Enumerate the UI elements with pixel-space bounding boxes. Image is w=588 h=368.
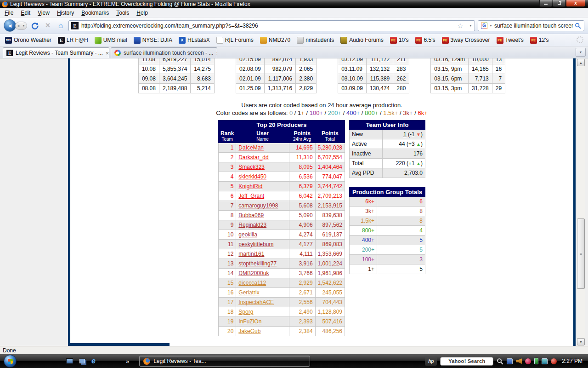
producer-name-link[interactable]: Darkstar_dd (238, 154, 268, 161)
window-switcher-icon[interactable] (79, 359, 85, 363)
bookmark-item[interactable]: PE 6.5's (412, 36, 439, 45)
search-input[interactable] (494, 23, 573, 29)
bookmark-item[interactable]: PE 10's (387, 36, 412, 45)
start-button[interactable] (4, 355, 17, 368)
producer-name-link[interactable]: camaroguy1998 (238, 202, 278, 209)
producer-name-link[interactable]: geokilla (238, 231, 257, 238)
bookmark-item[interactable]: NYSE: DJIA (130, 36, 175, 45)
legend-code[interactable]: 1+ (298, 109, 305, 116)
producer-row: 2 Darkstar_dd 11,310 6,707,554 (219, 153, 345, 162)
producer-rank: 18 (219, 307, 236, 317)
producer-name-link[interactable]: Jeff_Grant (238, 193, 264, 199)
internet-explorer-icon[interactable]: e (91, 357, 96, 365)
producer-name-link[interactable]: Smack323 (238, 164, 265, 170)
bookmark-item[interactable]: UMS mail (91, 36, 130, 45)
tab-team-summary[interactable]: E Legit Reviews - Team Summary - ... × (3, 47, 109, 58)
producer-name-link[interactable]: dicecca112 (238, 280, 266, 286)
legend-code[interactable]: 6k+ (418, 109, 427, 116)
bookmark-item[interactable]: Audio Forums (337, 36, 387, 45)
bookmark-item[interactable]: X HLstatsX (175, 36, 213, 45)
tray-battery-icon[interactable] (534, 358, 538, 364)
engine-dropdown-icon[interactable]: ▼ (489, 24, 492, 27)
menu-item[interactable]: Edit (17, 9, 34, 17)
back-button[interactable]: ◄ (4, 19, 16, 32)
search-bar[interactable]: G ▼ (478, 20, 584, 31)
yahoo-search-box[interactable]: Yahoo! Search (440, 357, 493, 366)
bookmark-item[interactable]: PE 3way Crossover (439, 36, 493, 45)
url-input[interactable] (81, 23, 455, 29)
producer-total-points: 1,404,464 (315, 162, 345, 172)
yahoo-magnifier-icon[interactable] (497, 358, 503, 365)
producer-name-link[interactable]: Sporg (238, 309, 253, 315)
taskbar-window-button[interactable]: Legit Reviews - Tea... (139, 356, 310, 367)
tray-app-icon[interactable] (507, 358, 513, 364)
producer-name-link[interactable]: DaIceMan (238, 144, 264, 151)
scrollbar-thumb[interactable]: ≡ (577, 218, 585, 289)
menu-item[interactable]: Bookmarks (78, 9, 113, 17)
team-info-label: Active (350, 139, 383, 149)
minimize-button[interactable] (539, 0, 552, 7)
forward-button[interactable]: ►▼ (15, 22, 27, 30)
reload-button[interactable] (30, 21, 40, 31)
home-button[interactable]: ⌂ (56, 21, 66, 31)
tab-close-icon[interactable]: × (106, 50, 109, 57)
url-bar[interactable]: E ☆ ▼ (68, 20, 475, 31)
bookmark-item[interactable]: R|L Forums (213, 36, 257, 45)
producer-name-link[interactable]: DMB2000uk (238, 270, 269, 276)
bookmark-item[interactable]: TWC Orono Weather (2, 36, 55, 45)
table-row: 09.08 3,604,245 8,683 (138, 74, 214, 84)
producer-name-link[interactable]: skierkid450 (238, 173, 266, 180)
vertical-scrollbar[interactable]: ▲ ≡ ▼ (577, 58, 585, 346)
producer-name-link[interactable]: JakeGub (238, 328, 260, 334)
legend-code[interactable]: 3k+ (403, 109, 413, 116)
bookmark-icon: PE (390, 37, 397, 44)
legend-code[interactable]: 100+ (310, 109, 323, 116)
bookmark-item[interactable]: NMD270 (257, 36, 294, 45)
quick-launch-overflow-chevron[interactable]: » (126, 358, 129, 365)
bookmark-item[interactable]: PE Tweet's (493, 36, 527, 45)
tray-mute-icon[interactable] (551, 358, 557, 364)
producer-name-link[interactable]: KnightRid (238, 183, 262, 190)
producer-name-link[interactable]: InspectahACE (238, 299, 274, 305)
producer-name-link[interactable]: stopthekilling77 (238, 260, 277, 267)
stop-button[interactable]: × (43, 21, 53, 31)
menu-item[interactable]: Tools (113, 9, 133, 17)
production-group-totals-table: Production Group Totals 6k+ 6 3k+ 8 (349, 187, 425, 274)
legend-code[interactable]: 800+ (365, 109, 378, 116)
menu-item[interactable]: File (1, 9, 17, 17)
scroll-up-button[interactable]: ▲ (577, 59, 585, 66)
producer-name-link[interactable]: InFuZiOn (238, 318, 261, 325)
bookmark-star-icon[interactable]: ☆ (458, 22, 464, 29)
producer-row: 1 DaIceMan 14,695 5,280,028 (219, 143, 345, 153)
producer-total-points: 1,353,669 (315, 249, 345, 259)
legend-code[interactable]: 1.5k+ (383, 109, 398, 116)
url-dropdown-icon[interactable]: ▼ (469, 24, 472, 27)
menu-item[interactable]: History (53, 9, 78, 17)
producer-name-link[interactable]: Geriatrix (238, 289, 259, 296)
close-button[interactable]: x (566, 0, 585, 7)
tray-network-icon[interactable] (542, 358, 548, 364)
tab-close-icon[interactable]: × (216, 50, 217, 57)
restore-button[interactable] (553, 0, 565, 7)
list-all-tabs-button[interactable]: ▼ (576, 48, 586, 57)
bookmark-item[interactable]: E LR F@H (55, 36, 91, 45)
team-info-label: Total (350, 159, 383, 168)
legend-code[interactable]: 400+ (346, 109, 360, 116)
menu-item[interactable]: Help (133, 9, 152, 17)
tray-volume-icon[interactable] (516, 358, 522, 364)
bookmark-item[interactable]: nmstudents (294, 36, 337, 45)
tab-google-search[interactable]: surface illumination touch screen - ... … (111, 47, 217, 58)
producer-name-link[interactable]: Bubba069 (238, 212, 264, 218)
tray-antivirus-icon[interactable] (525, 358, 531, 364)
google-engine-icon[interactable]: G (481, 23, 487, 29)
menu-item[interactable]: View (34, 9, 53, 17)
bookmark-item[interactable]: PE 12's (527, 36, 552, 45)
table-row: 03.12.09 111,172 211 (338, 58, 409, 64)
producer-name-link[interactable]: martini161 (238, 251, 264, 257)
scroll-down-button[interactable]: ▼ (577, 338, 585, 345)
legend-code[interactable]: 200+ (328, 109, 341, 116)
show-desktop-icon[interactable] (66, 358, 73, 364)
producer-name-link[interactable]: Reginald23 (238, 222, 266, 228)
producer-name-link[interactable]: peskylittlebum (238, 241, 273, 247)
search-magnifier-icon[interactable] (575, 23, 581, 29)
